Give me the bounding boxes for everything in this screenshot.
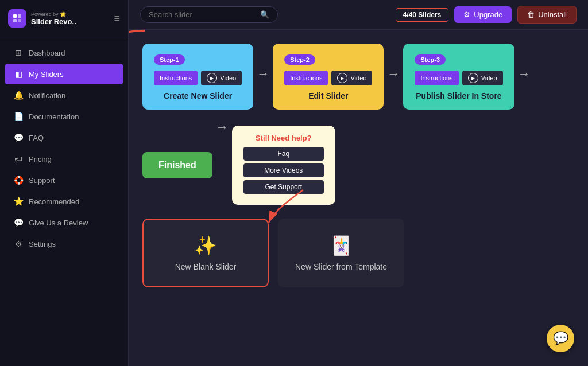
- new-blank-slider-option[interactable]: ✨ New Blank Slider: [142, 219, 269, 287]
- sidebar-item-label: Notification: [29, 91, 65, 100]
- uninstall-button[interactable]: 🗑 Uninstall: [517, 6, 577, 24]
- chat-button[interactable]: 💬: [547, 325, 574, 352]
- help-title: Still Need help?: [243, 134, 324, 142]
- step-3-buttons: Instructions ▶ Video: [415, 71, 502, 85]
- sidebar-item-faq[interactable]: 💬 FAQ: [5, 127, 123, 148]
- content-area: Step-1 Instructions ▶ Video Create New S…: [129, 30, 588, 366]
- step-3-instructions-button[interactable]: Instructions: [415, 71, 458, 85]
- more-videos-button[interactable]: More Videos: [243, 163, 324, 177]
- slider-options: ✨ New Blank Slider 🃏 New Slider from Tem…: [142, 219, 574, 287]
- template-slider-icon: 🃏: [330, 235, 353, 256]
- blank-slider-label: New Blank Slider: [175, 262, 237, 271]
- step-2-video-label: Video: [350, 75, 366, 81]
- recommended-icon: ⭐: [14, 197, 23, 206]
- settings-icon: ⚙: [14, 239, 23, 248]
- step-2-card: Step-2 Instructions ▶ Video Edit Slider: [273, 44, 384, 110]
- play-icon: ▶: [207, 73, 217, 83]
- step-3-video-button[interactable]: ▶ Video: [462, 71, 503, 85]
- app-logo-icon: [8, 9, 26, 28]
- sidebar-nav: ⊞ Dashboard ◧ My Sliders 🔔 Notification …: [0, 37, 128, 366]
- step-1-badge: Step-1: [154, 54, 185, 65]
- sidebar-item-give-review[interactable]: 💬 Give Us a Review: [5, 212, 123, 233]
- sidebar-item-label: Dashboard: [29, 49, 65, 57]
- sidebar-item-recommended[interactable]: ⭐ Recommended: [5, 191, 123, 212]
- header-right: 4/40 Sliders ⚙ Upgrade 🗑 Uninstall: [396, 6, 577, 24]
- upgrade-label: Upgrade: [474, 10, 502, 19]
- support-icon: 🛟: [14, 176, 23, 185]
- sidebar-item-label: My Sliders: [29, 70, 64, 79]
- search-input[interactable]: [149, 10, 256, 19]
- svg-rect-2: [13, 19, 17, 22]
- step-1-title: Create New Slider: [154, 91, 242, 100]
- uninstall-trash-icon: 🗑: [527, 10, 535, 19]
- sidebar-item-documentation[interactable]: 📄 Documentation: [5, 106, 123, 127]
- upgrade-button[interactable]: ⚙ Upgrade: [454, 6, 512, 23]
- step-3-title: Publish Slider In Store: [415, 91, 502, 100]
- svg-rect-3: [18, 19, 21, 22]
- main-content: 🔍 4/40 Sliders ⚙ Upgrade 🗑 Uninstall: [129, 0, 588, 366]
- new-template-slider-option[interactable]: 🃏 New Slider from Template: [278, 219, 404, 287]
- upgrade-gear-icon: ⚙: [463, 10, 470, 19]
- sidebar-item-settings[interactable]: ⚙ Settings: [5, 233, 123, 254]
- svg-rect-1: [18, 14, 21, 18]
- play-icon: ▶: [468, 73, 478, 83]
- play-icon: ▶: [337, 73, 347, 83]
- finished-row: Finished → Still Need help? Faq More Vid…: [142, 126, 574, 205]
- finished-arrow: →: [212, 120, 232, 135]
- step-2-video-button[interactable]: ▶ Video: [331, 71, 372, 85]
- step-3-video-label: Video: [481, 75, 497, 81]
- sidebar-item-support[interactable]: 🛟 Support: [5, 170, 123, 190]
- slider-options-wrapper: ✨ New Blank Slider 🃏 New Slider from Tem…: [142, 219, 574, 287]
- step-1-instructions-button[interactable]: Instructions: [154, 71, 198, 85]
- steps-row: Step-1 Instructions ▶ Video Create New S…: [142, 44, 574, 110]
- step-1-video-label: Video: [220, 75, 236, 81]
- step-2-instructions-button[interactable]: Instructions: [284, 71, 328, 85]
- step-3-card: Step-3 Instructions ▶ Video Publish Slid…: [403, 44, 514, 110]
- main-header: 🔍 4/40 Sliders ⚙ Upgrade 🗑 Uninstall: [129, 0, 588, 30]
- pricing-icon: 🏷: [14, 154, 23, 163]
- sidebar-item-notification[interactable]: 🔔 Notification: [5, 85, 123, 106]
- sidebar-item-label: Recommended: [29, 197, 79, 206]
- step-1-video-button[interactable]: ▶ Video: [201, 71, 242, 85]
- template-slider-label: New Slider from Template: [295, 262, 387, 271]
- logo-text: Powered by 🌟 Slider Revo..: [31, 11, 76, 26]
- search-icon: 🔍: [260, 10, 269, 19]
- content-wrapper: Step-1 Instructions ▶ Video Create New S…: [142, 44, 574, 287]
- finished-box: Finished: [142, 152, 212, 178]
- step-1-card: Step-1 Instructions ▶ Video Create New S…: [142, 44, 253, 110]
- step-3-badge: Step-3: [415, 54, 446, 65]
- sliders-icon: ◧: [14, 69, 23, 79]
- blank-slider-icon: ✨: [194, 235, 217, 256]
- review-icon: 💬: [14, 218, 23, 227]
- sidebar: Powered by 🌟 Slider Revo.. ≡ ⊞ Dashboard…: [0, 0, 129, 366]
- step-arrow-3: →: [514, 67, 534, 81]
- sidebar-item-dashboard[interactable]: ⊞ Dashboard: [5, 42, 123, 63]
- hamburger-menu-icon[interactable]: ≡: [114, 13, 120, 25]
- sidebar-header: Powered by 🌟 Slider Revo.. ≡: [0, 0, 128, 37]
- faq-icon: 💬: [14, 133, 23, 142]
- sidebar-item-label: Settings: [29, 240, 56, 248]
- sidebar-item-my-sliders[interactable]: ◧ My Sliders: [5, 64, 123, 84]
- powered-by-text: Powered by 🌟: [31, 11, 76, 17]
- sidebar-item-label: Support: [29, 176, 55, 185]
- search-box[interactable]: 🔍: [140, 6, 278, 23]
- dashboard-icon: ⊞: [14, 48, 23, 57]
- step-1-buttons: Instructions ▶ Video: [154, 71, 242, 85]
- step-2-title: Edit Slider: [284, 91, 372, 100]
- step-arrow-1: →: [253, 67, 273, 81]
- step-2-buttons: Instructions ▶ Video: [284, 71, 372, 85]
- slider-count-badge: 4/40 Sliders: [396, 8, 449, 22]
- step-2-badge: Step-2: [284, 54, 315, 65]
- documentation-icon: 📄: [14, 112, 23, 121]
- sidebar-item-label: FAQ: [29, 134, 44, 142]
- step-arrow-2: →: [384, 67, 403, 81]
- svg-rect-0: [13, 14, 17, 18]
- chat-icon: 💬: [553, 331, 568, 346]
- logo-area: Powered by 🌟 Slider Revo..: [8, 9, 76, 28]
- faq-help-button[interactable]: Faq: [243, 147, 324, 161]
- sidebar-item-pricing[interactable]: 🏷 Pricing: [5, 149, 123, 169]
- app-name-text: Slider Revo..: [31, 17, 76, 26]
- get-support-button[interactable]: Get Support: [243, 180, 324, 194]
- sidebar-item-label: Documentation: [29, 112, 79, 121]
- sidebar-item-label: Give Us a Review: [29, 219, 88, 227]
